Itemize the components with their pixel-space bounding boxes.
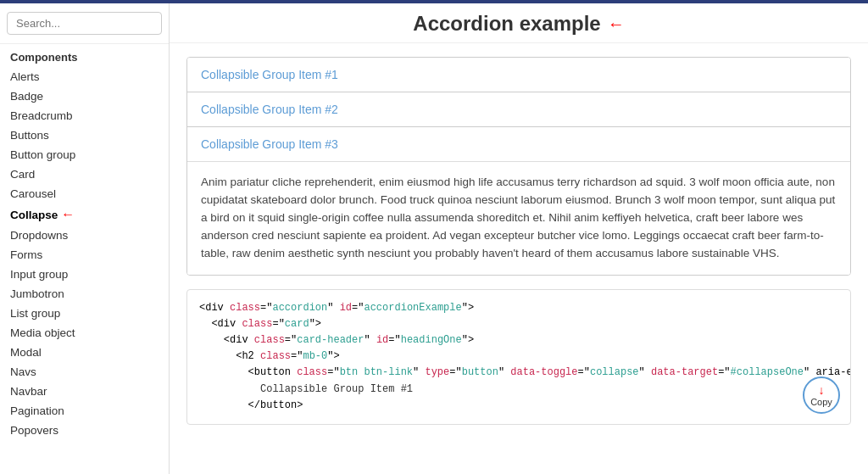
copy-label: Copy — [810, 397, 832, 407]
sidebar-item-navs[interactable]: Navs — [0, 362, 169, 382]
accordion-expanded-content: Anim pariatur cliche reprehenderit, enim… — [187, 161, 850, 275]
page-header: Accordion example ← — [170, 3, 868, 43]
nav-item-label: Popovers — [10, 424, 58, 437]
accordion-item: Collapsible Group Item #1 — [187, 58, 850, 92]
nav-item-label: Modal — [10, 346, 42, 359]
nav-item-label: Badge — [10, 90, 43, 103]
page-title: Accordion example — [413, 12, 600, 36]
sidebar-item-card[interactable]: Card — [0, 165, 169, 184]
sidebar-item-popovers[interactable]: Popovers — [0, 421, 169, 440]
code-line: <div class="card-header" id="headingOne"… — [199, 332, 838, 349]
nav-item-label: List group — [10, 307, 60, 320]
accordion-item: Collapsible Group Item #2 — [187, 92, 850, 127]
nav-item-label: Card — [10, 168, 35, 181]
nav-item-label: Pagination — [10, 404, 64, 417]
sidebar-item-dropdowns[interactable]: Dropdowns — [0, 226, 169, 245]
sidebar-nav: Components AlertsBadgeBreadcrumbButtonsB… — [0, 44, 169, 474]
components-label: Components — [0, 44, 169, 67]
sidebar-item-modal[interactable]: Modal — [0, 343, 169, 362]
code-line: Collapsible Group Item #1 — [199, 382, 838, 398]
sidebar-item-input-group[interactable]: Input group — [0, 265, 169, 284]
sidebar-item-pagination[interactable]: Pagination — [0, 401, 169, 421]
content-area: Accordion example ← Collapsible Group It… — [170, 3, 868, 474]
sidebar-item-collapse[interactable]: Collapse← — [0, 204, 169, 226]
accordion-header-3[interactable]: Collapsible Group Item #3 — [187, 127, 850, 161]
search-input[interactable] — [7, 12, 162, 35]
code-line: <h2 class="mb-0"> — [199, 349, 838, 365]
code-line: <div class="card"> — [199, 316, 838, 332]
nav-item-label: Button group — [10, 148, 75, 161]
copy-button[interactable]: ↓ Copy — [803, 376, 840, 414]
nav-item-label: Dropdowns — [10, 229, 68, 242]
accordion-wrapper: Collapsible Group Item #1Collapsible Gro… — [186, 57, 851, 276]
nav-item-label: Forms — [10, 248, 42, 261]
sidebar-item-badge[interactable]: Badge — [0, 86, 169, 106]
sidebar-item-buttons[interactable]: Buttons — [0, 125, 169, 145]
sidebar-item-forms[interactable]: Forms — [0, 245, 169, 265]
nav-item-label: Breadcrumb — [10, 109, 73, 122]
code-section: <div class="accordion" id="accordionExam… — [186, 289, 851, 425]
sidebar-item-list-group[interactable]: List group — [0, 304, 169, 323]
back-arrow-icon: ← — [608, 14, 625, 34]
nav-item-label: Buttons — [10, 129, 49, 142]
content-inner: Collapsible Group Item #1Collapsible Gro… — [170, 43, 868, 474]
nav-item-label: Jumbotron — [10, 287, 64, 300]
copy-arrow-icon: ↓ — [819, 383, 825, 397]
sidebar-item-media-object[interactable]: Media object — [0, 323, 169, 343]
nav-item-label: Navbar — [10, 385, 47, 398]
sidebar: Components AlertsBadgeBreadcrumbButtonsB… — [0, 3, 170, 474]
code-line: <div class="accordion" id="accordionExam… — [199, 300, 838, 316]
accordion-header-2[interactable]: Collapsible Group Item #2 — [187, 92, 850, 126]
nav-item-label: Media object — [10, 326, 75, 339]
sidebar-item-carousel[interactable]: Carousel — [0, 184, 169, 204]
code-block: <div class="accordion" id="accordionExam… — [199, 300, 838, 414]
nav-item-label: Input group — [10, 268, 68, 281]
code-line: <button class="btn btn-link" type="butto… — [199, 365, 838, 381]
main-layout: Components AlertsBadgeBreadcrumbButtonsB… — [0, 3, 868, 474]
accordion-item: Collapsible Group Item #3Anim pariatur c… — [187, 127, 850, 275]
sidebar-item-button-group[interactable]: Button group — [0, 145, 169, 165]
nav-item-label: Collapse — [10, 209, 58, 221]
sidebar-item-navbar[interactable]: Navbar — [0, 382, 169, 401]
accordion-header-1[interactable]: Collapsible Group Item #1 — [187, 58, 850, 92]
nav-item-label: Alerts — [10, 70, 40, 83]
search-container — [0, 3, 169, 44]
code-line: </button> — [199, 398, 838, 414]
nav-item-label: Carousel — [10, 187, 56, 200]
nav-item-label: Navs — [10, 365, 36, 378]
sidebar-item-alerts[interactable]: Alerts — [0, 67, 169, 86]
active-arrow-icon: ← — [61, 207, 75, 222]
sidebar-item-breadcrumb[interactable]: Breadcrumb — [0, 106, 169, 125]
sidebar-item-jumbotron[interactable]: Jumbotron — [0, 284, 169, 304]
